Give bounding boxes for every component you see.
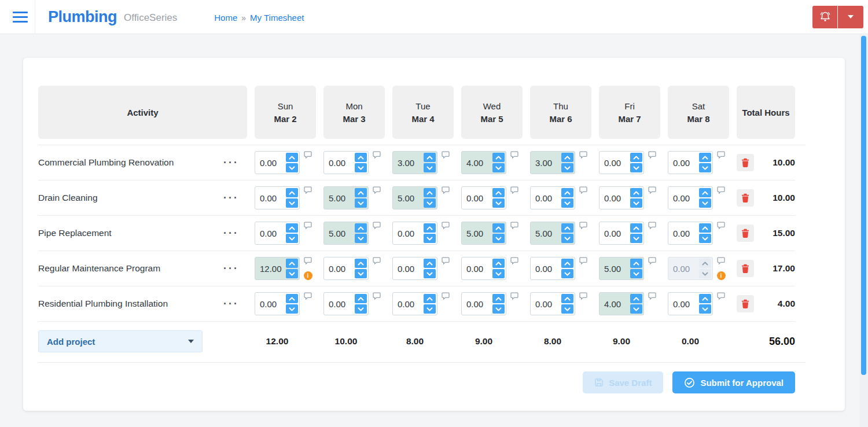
increment-button[interactable] xyxy=(699,153,711,162)
delete-row-button[interactable] xyxy=(737,260,754,277)
decrement-button[interactable] xyxy=(286,304,298,314)
delete-row-button[interactable] xyxy=(737,224,754,242)
increment-button[interactable] xyxy=(561,259,573,268)
hours-input[interactable] xyxy=(394,188,424,208)
comment-icon[interactable] xyxy=(510,222,518,229)
increment-button[interactable] xyxy=(286,294,298,303)
comment-icon[interactable] xyxy=(579,222,587,229)
comment-icon[interactable] xyxy=(717,292,725,300)
decrement-button[interactable] xyxy=(699,269,711,278)
decrement-button[interactable] xyxy=(424,269,436,278)
breadcrumb-current-link[interactable]: My Timesheet xyxy=(250,13,304,23)
increment-button[interactable] xyxy=(699,294,711,303)
hours-input[interactable] xyxy=(256,259,286,278)
decrement-button[interactable] xyxy=(286,163,298,172)
hours-input[interactable] xyxy=(325,259,355,278)
comment-icon[interactable] xyxy=(304,257,312,264)
decrement-button[interactable] xyxy=(355,198,367,208)
decrement-button[interactable] xyxy=(561,198,573,208)
hours-input[interactable] xyxy=(532,294,561,314)
increment-button[interactable] xyxy=(492,294,505,303)
comment-icon[interactable] xyxy=(373,151,381,159)
comment-icon[interactable] xyxy=(648,292,656,300)
decrement-button[interactable] xyxy=(355,234,367,243)
comment-icon[interactable] xyxy=(304,292,312,300)
delete-row-button[interactable] xyxy=(737,295,754,312)
hours-input[interactable] xyxy=(670,259,699,278)
hours-input[interactable] xyxy=(463,259,492,278)
decrement-button[interactable] xyxy=(492,198,505,208)
comment-icon[interactable] xyxy=(510,186,518,194)
hours-input[interactable] xyxy=(670,153,699,172)
increment-button[interactable] xyxy=(355,188,367,197)
increment-button[interactable] xyxy=(699,223,711,233)
increment-button[interactable] xyxy=(286,223,298,233)
decrement-button[interactable] xyxy=(492,269,505,278)
increment-button[interactable] xyxy=(561,223,573,233)
hours-input[interactable] xyxy=(670,188,699,208)
comment-icon[interactable] xyxy=(717,186,725,194)
row-menu-button[interactable]: ··· xyxy=(222,263,240,274)
decrement-button[interactable] xyxy=(355,163,367,172)
comment-icon[interactable] xyxy=(442,292,450,300)
increment-button[interactable] xyxy=(355,294,367,303)
increment-button[interactable] xyxy=(561,153,573,162)
increment-button[interactable] xyxy=(424,153,436,162)
hours-input[interactable] xyxy=(532,223,561,243)
decrement-button[interactable] xyxy=(424,198,436,208)
comment-icon[interactable] xyxy=(579,186,587,194)
notifications-button[interactable] xyxy=(812,6,838,28)
hours-input[interactable] xyxy=(256,294,286,314)
increment-button[interactable] xyxy=(355,259,367,268)
comment-icon[interactable] xyxy=(510,151,518,159)
row-menu-button[interactable]: ··· xyxy=(222,228,240,238)
submit-for-approval-button[interactable]: Submit for Approval xyxy=(672,371,795,393)
decrement-button[interactable] xyxy=(424,304,436,314)
increment-button[interactable] xyxy=(699,188,711,197)
hours-input[interactable] xyxy=(325,153,355,172)
comment-icon[interactable] xyxy=(442,257,450,264)
increment-button[interactable] xyxy=(424,188,436,197)
hours-input[interactable] xyxy=(532,153,561,172)
increment-button[interactable] xyxy=(699,259,711,268)
comment-icon[interactable] xyxy=(510,257,518,264)
hours-input[interactable] xyxy=(670,294,699,314)
decrement-button[interactable] xyxy=(492,234,505,243)
comment-icon[interactable] xyxy=(717,151,725,159)
increment-button[interactable] xyxy=(286,188,298,197)
hours-input[interactable] xyxy=(532,188,561,208)
hours-input[interactable] xyxy=(394,153,424,172)
hours-input[interactable] xyxy=(256,188,286,208)
scrollbar-thumb[interactable] xyxy=(861,36,866,375)
comment-icon[interactable] xyxy=(579,292,587,300)
increment-button[interactable] xyxy=(492,188,505,197)
decrement-button[interactable] xyxy=(355,269,367,278)
comment-icon[interactable] xyxy=(373,186,381,194)
add-project-select[interactable]: Add project xyxy=(38,330,203,352)
comment-icon[interactable] xyxy=(648,151,656,159)
breadcrumb-home-link[interactable]: Home xyxy=(214,13,237,23)
hours-input[interactable] xyxy=(463,223,492,243)
decrement-button[interactable] xyxy=(492,163,505,172)
comment-icon[interactable] xyxy=(648,257,656,264)
hours-input[interactable] xyxy=(256,223,286,243)
hours-input[interactable] xyxy=(325,188,355,208)
row-menu-button[interactable]: ··· xyxy=(222,157,240,168)
comment-icon[interactable] xyxy=(304,151,312,159)
decrement-button[interactable] xyxy=(699,234,711,243)
row-menu-button[interactable]: ··· xyxy=(222,193,240,203)
increment-button[interactable] xyxy=(492,259,505,268)
hours-input[interactable] xyxy=(601,153,630,172)
increment-button[interactable] xyxy=(492,153,505,162)
increment-button[interactable] xyxy=(630,223,642,233)
hours-input[interactable] xyxy=(463,153,492,172)
decrement-button[interactable] xyxy=(699,304,711,314)
save-draft-button[interactable]: Save Draft xyxy=(583,371,663,393)
decrement-button[interactable] xyxy=(286,198,298,208)
comment-icon[interactable] xyxy=(579,257,587,264)
hours-input[interactable] xyxy=(463,294,492,314)
menu-hamburger-icon[interactable] xyxy=(8,5,32,28)
decrement-button[interactable] xyxy=(699,163,711,172)
row-menu-button[interactable]: ··· xyxy=(222,299,240,309)
increment-button[interactable] xyxy=(630,294,642,303)
